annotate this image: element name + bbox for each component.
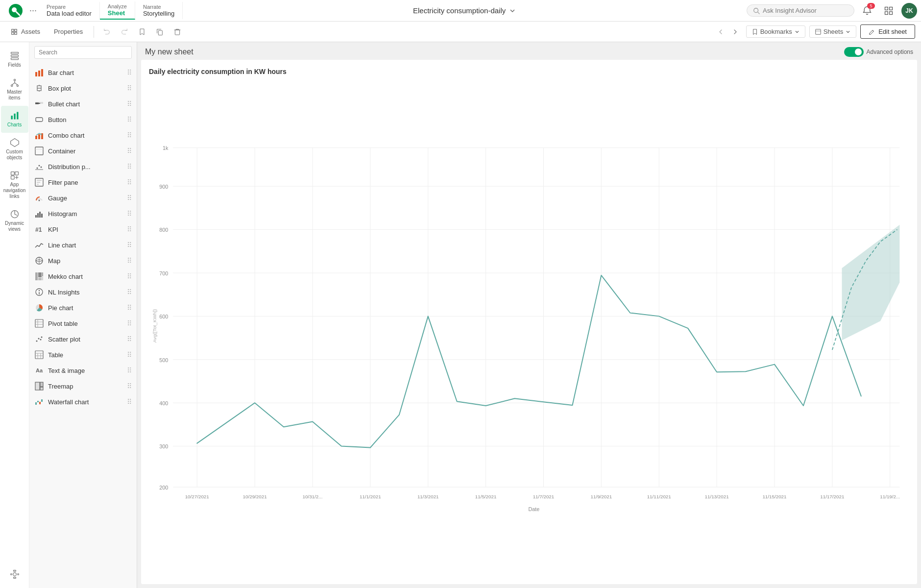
chart-item-filter-pane[interactable]: Filter pane ⠿ bbox=[29, 174, 137, 190]
bookmark-icon bbox=[138, 28, 146, 36]
delete-button[interactable] bbox=[170, 25, 184, 39]
sidebar-item-master-items[interactable]: Master items bbox=[1, 73, 28, 106]
treemap-drag-icon[interactable]: ⠿ bbox=[127, 382, 132, 390]
user-avatar[interactable]: JK bbox=[901, 3, 917, 19]
pivot-table-drag-icon[interactable]: ⠿ bbox=[127, 319, 132, 327]
chart-item-gauge[interactable]: Gauge ⠿ bbox=[29, 190, 137, 206]
mekko-chart-drag-icon[interactable]: ⠿ bbox=[127, 272, 132, 280]
nl-insights-drag-icon[interactable]: ⠿ bbox=[127, 288, 132, 296]
chart-item-scatter-plot[interactable]: Scatter plot ⠿ bbox=[29, 331, 137, 347]
chart-item-distribution[interactable]: Distribution p... ⠿ bbox=[29, 159, 137, 174]
chart-item-line-chart[interactable]: Line chart ⠿ bbox=[29, 237, 137, 253]
edit-sheet-button[interactable]: Edit sheet bbox=[860, 24, 915, 39]
svg-text:700: 700 bbox=[159, 270, 168, 276]
chart-item-combo-chart[interactable]: Combo chart ⠿ bbox=[29, 127, 137, 143]
chart-item-table[interactable]: Table ⠿ bbox=[29, 347, 137, 363]
histogram-drag-icon[interactable]: ⠿ bbox=[127, 210, 132, 218]
copy-button[interactable] bbox=[153, 25, 167, 39]
app-title[interactable]: Electricity consumption-daily bbox=[183, 6, 747, 15]
chart-item-container[interactable]: Container ⠿ bbox=[29, 143, 137, 159]
combo-chart-drag-icon[interactable]: ⠿ bbox=[127, 131, 132, 139]
chart-item-map[interactable]: Map ⠿ bbox=[29, 253, 137, 269]
sheets-button[interactable]: Sheets bbox=[809, 25, 856, 38]
bookmark-save-button[interactable] bbox=[135, 25, 149, 39]
grid-button[interactable] bbox=[880, 2, 897, 20]
undo-button[interactable] bbox=[100, 25, 114, 39]
scatter-plot-drag-icon[interactable]: ⠿ bbox=[127, 335, 132, 343]
distribution-drag-icon[interactable]: ⠿ bbox=[127, 163, 132, 171]
map-drag-icon[interactable]: ⠿ bbox=[127, 257, 132, 265]
bookmarks-button[interactable]: Bookmarks bbox=[746, 25, 805, 38]
next-sheet-button[interactable] bbox=[728, 25, 742, 39]
assets-tab[interactable]: Assets bbox=[6, 26, 45, 38]
nav-prepare[interactable]: Prepare Data load editor bbox=[39, 2, 100, 19]
bullet-chart-drag-icon[interactable]: ⠿ bbox=[127, 100, 132, 108]
treemap-icon bbox=[34, 381, 44, 391]
chart-item-bar-chart[interactable]: Bar chart ⠿ bbox=[29, 65, 137, 80]
chart-item-text-image[interactable]: Aa Text & image ⠿ bbox=[29, 363, 137, 378]
advanced-options-toggle[interactable]: Advanced options bbox=[844, 47, 913, 57]
chart-item-pivot-table[interactable]: Pivot table ⠿ bbox=[29, 316, 137, 331]
sidebar-settings-button[interactable] bbox=[1, 564, 28, 584]
chart-item-treemap[interactable]: Treemap ⠿ bbox=[29, 378, 137, 394]
svg-text:11/5/2021: 11/5/2021 bbox=[475, 494, 497, 499]
chart-item-button[interactable]: Button ⠿ bbox=[29, 112, 137, 127]
svg-rect-77 bbox=[42, 277, 43, 280]
nav-analyze[interactable]: Analyze Sheet bbox=[100, 1, 135, 20]
svg-text:Date: Date bbox=[528, 506, 539, 512]
box-plot-drag-icon[interactable]: ⠿ bbox=[127, 84, 132, 92]
chart-item-mekko-chart[interactable]: Mekko chart ⠿ bbox=[29, 269, 137, 284]
line-chart-drag-icon[interactable]: ⠿ bbox=[127, 241, 132, 249]
chart-item-bullet-chart[interactable]: Bullet chart ⠿ bbox=[29, 96, 137, 112]
text-image-drag-icon[interactable]: ⠿ bbox=[127, 367, 132, 374]
custom-objects-icon bbox=[10, 138, 20, 147]
svg-text:11/7/2021: 11/7/2021 bbox=[533, 494, 555, 499]
filter-pane-drag-icon[interactable]: ⠿ bbox=[127, 178, 132, 186]
chart-item-pie-chart[interactable]: Pie chart ⠿ bbox=[29, 300, 137, 316]
charts-search-box[interactable] bbox=[29, 42, 137, 63]
svg-rect-68 bbox=[39, 212, 41, 218]
sidebar-item-custom-objects[interactable]: Custom objects bbox=[1, 133, 28, 166]
svg-rect-53 bbox=[38, 134, 40, 139]
svg-text:1k: 1k bbox=[163, 145, 169, 151]
pie-chart-drag-icon[interactable]: ⠿ bbox=[127, 304, 132, 312]
properties-tab[interactable]: Properties bbox=[49, 26, 88, 37]
insight-advisor-search[interactable] bbox=[747, 4, 854, 17]
table-drag-icon[interactable]: ⠿ bbox=[127, 351, 132, 359]
chart-item-waterfall-chart[interactable]: Waterfall chart ⠿ bbox=[29, 394, 137, 410]
scatter-plot-icon bbox=[34, 334, 44, 344]
chart-item-kpi[interactable]: #1 KPI ⠿ bbox=[29, 221, 137, 237]
toggle-control[interactable] bbox=[844, 47, 864, 57]
gauge-drag-icon[interactable]: ⠿ bbox=[127, 194, 132, 202]
svg-text:300: 300 bbox=[159, 443, 168, 449]
charts-search-input[interactable] bbox=[34, 46, 132, 59]
sidebar-item-dynamic-views[interactable]: Dynamic views bbox=[1, 204, 28, 237]
kpi-drag-icon[interactable]: ⠿ bbox=[127, 225, 132, 233]
bar-chart-drag-icon[interactable]: ⠿ bbox=[127, 69, 132, 76]
nav-narrate[interactable]: Narrate Storytelling bbox=[135, 2, 183, 19]
notifications-button[interactable]: 5 bbox=[858, 2, 876, 20]
container-drag-icon[interactable]: ⠿ bbox=[127, 147, 132, 155]
pie-chart-icon bbox=[34, 303, 44, 313]
svg-text:#1: #1 bbox=[35, 226, 42, 233]
chart-item-histogram[interactable]: Histogram ⠿ bbox=[29, 206, 137, 221]
chart-item-box-plot[interactable]: Box plot ⠿ bbox=[29, 80, 137, 96]
svg-rect-13 bbox=[159, 30, 163, 35]
waterfall-chart-drag-icon[interactable]: ⠿ bbox=[127, 398, 132, 406]
nav-more-icon[interactable]: ··· bbox=[27, 5, 39, 16]
sheet-area: My new sheet Advanced options Daily elec… bbox=[137, 42, 921, 588]
svg-point-58 bbox=[39, 165, 40, 167]
button-drag-icon[interactable]: ⠿ bbox=[127, 116, 132, 123]
sidebar-item-app-nav[interactable]: App navigation links bbox=[1, 166, 28, 204]
prev-sheet-button[interactable] bbox=[714, 25, 727, 39]
svg-point-87 bbox=[38, 338, 40, 340]
insight-advisor-input[interactable] bbox=[763, 7, 841, 14]
qlik-logo[interactable] bbox=[4, 3, 27, 19]
svg-rect-96 bbox=[35, 382, 40, 390]
redo-button[interactable] bbox=[118, 25, 131, 39]
chart-item-nl-insights[interactable]: NL Insights ⠿ bbox=[29, 284, 137, 300]
sidebar-item-fields[interactable]: Fields bbox=[1, 46, 28, 73]
app-nav-icon bbox=[10, 171, 20, 180]
bookmarks-chevron-icon bbox=[794, 29, 800, 35]
sidebar-item-charts[interactable]: Charts bbox=[1, 106, 28, 133]
